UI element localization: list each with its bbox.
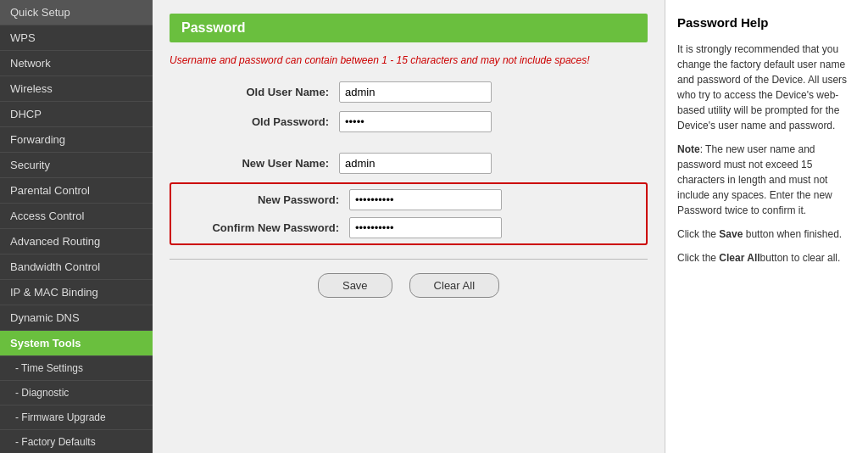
confirm-password-row: Confirm New Password:: [180, 217, 637, 238]
sidebar-item-dynamicdns[interactable]: Dynamic DNS: [0, 305, 153, 331]
help-para4-pre: Click the: [677, 252, 719, 264]
help-save-bold: Save: [719, 228, 743, 240]
help-para3-pre: Click the: [677, 228, 719, 240]
old-password-row: Old Password:: [170, 111, 648, 132]
new-password-row: New Password:: [180, 189, 637, 210]
old-username-row: Old User Name:: [170, 81, 648, 103]
sidebar-item-dhcp[interactable]: DHCP: [0, 102, 153, 127]
help-clearall-bold: Clear All: [719, 252, 760, 264]
sidebar-item-factorydefaults[interactable]: - Factory Defaults: [0, 430, 153, 453]
divider: [170, 259, 648, 260]
help-para4-post: button to clear all.: [760, 252, 841, 264]
old-username-input[interactable]: [339, 81, 492, 103]
old-password-label: Old Password:: [170, 115, 339, 128]
help-note-label: Note: [677, 143, 700, 155]
help-para3-post: button when finished.: [743, 228, 842, 240]
warning-text: Username and password can contain betwee…: [170, 54, 648, 66]
sidebar-item-advancedrouting[interactable]: Advanced Routing: [0, 229, 153, 254]
help-para2-text: : The new user name and password must no…: [677, 143, 832, 216]
help-para1: It is strongly recommended that you chan…: [677, 42, 856, 133]
sidebar-item-parentalcontrol[interactable]: Parental Control: [0, 178, 153, 204]
page-title: Password: [170, 14, 648, 42]
new-username-row: New User Name:: [170, 153, 648, 174]
content-area: Password Username and password can conta…: [153, 0, 665, 453]
old-username-label: Old User Name:: [170, 86, 339, 98]
clear-all-button[interactable]: Clear All: [409, 273, 499, 298]
sidebar-item-security[interactable]: Security: [0, 153, 153, 178]
help-title: Password Help: [677, 14, 856, 33]
sidebar-item-quicksetup[interactable]: Quick Setup: [0, 0, 153, 25]
old-password-input[interactable]: [339, 111, 492, 132]
help-para2: Note: The new user name and password mus…: [677, 142, 856, 218]
sidebar-item-wireless[interactable]: Wireless: [0, 76, 153, 102]
help-para4: Click the Clear Allbutton to clear all.: [677, 250, 856, 266]
sidebar-item-network[interactable]: Network: [0, 51, 153, 76]
confirm-password-input[interactable]: [349, 217, 502, 238]
sidebar-item-wps[interactable]: WPS: [0, 25, 153, 51]
new-password-input[interactable]: [349, 189, 502, 210]
sidebar-item-forwarding[interactable]: Forwarding: [0, 127, 153, 153]
confirm-password-label: Confirm New Password:: [180, 221, 349, 234]
sidebar-item-bandwidthcontrol[interactable]: Bandwidth Control: [0, 254, 153, 280]
new-password-label: New Password:: [180, 193, 349, 206]
sidebar-item-ip&macbinding[interactable]: IP & MAC Binding: [0, 280, 153, 305]
password-form: Old User Name: Old Password: New User Na…: [170, 81, 648, 245]
new-username-input[interactable]: [339, 153, 492, 174]
sidebar-item-diagnostic[interactable]: - Diagnostic: [0, 381, 153, 405]
new-username-label: New User Name:: [170, 157, 339, 170]
sidebar-item-systemtools[interactable]: System Tools: [0, 331, 153, 356]
sidebar-item-accesscontrol[interactable]: Access Control: [0, 204, 153, 229]
save-button[interactable]: Save: [318, 273, 392, 298]
help-para3: Click the Save button when finished.: [677, 226, 856, 242]
help-panel: Password Help It is strongly recommended…: [665, 0, 868, 453]
button-row: Save Clear All: [170, 273, 648, 298]
sidebar-item-firmwareupgrade[interactable]: - Firmware Upgrade: [0, 405, 153, 430]
sidebar-item-timesettings[interactable]: - Time Settings: [0, 356, 153, 381]
sidebar: Quick SetupWPSNetworkWirelessDHCPForward…: [0, 0, 153, 453]
main-content: Password Username and password can conta…: [153, 0, 665, 453]
